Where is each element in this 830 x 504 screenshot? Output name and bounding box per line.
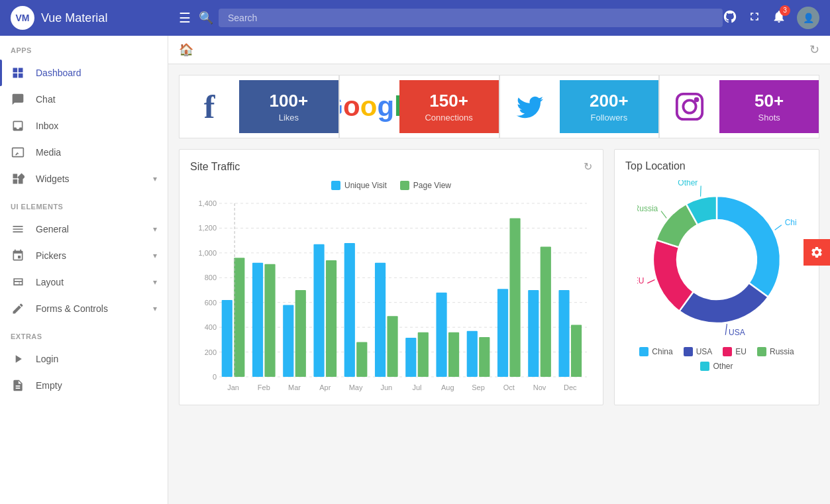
main-layout: Apps Dashboard Chat Inbox — [0, 36, 830, 504]
svg-rect-41 — [448, 332, 459, 377]
section-label-apps: Apps — [0, 36, 168, 60]
home-icon[interactable]: 🏠 — [179, 42, 193, 57]
legend-page-view: Page View — [400, 181, 451, 190]
svg-rect-44 — [479, 337, 490, 377]
svg-text:Dec: Dec — [564, 383, 577, 391]
breadcrumb-bar: 🏠 ↻ — [168, 36, 830, 64]
sidebar-item-widgets[interactable]: Widgets ▾ — [0, 166, 168, 192]
sidebar-item-empty[interactable]: Empty — [0, 372, 168, 399]
svg-rect-20 — [234, 258, 244, 377]
sidebar-item-dashboard[interactable]: Dashboard — [0, 60, 168, 86]
svg-rect-35 — [387, 316, 397, 377]
social-card-google[interactable]: Google 150+ Connections — [339, 75, 499, 138]
sidebar-section-extras: Extras Login Empty — [0, 322, 168, 399]
sidebar-item-login[interactable]: Login — [0, 346, 168, 372]
chevron-widgets: ▾ — [153, 174, 157, 183]
donut-legend-color — [757, 347, 766, 356]
login-icon — [11, 352, 25, 366]
svg-rect-46 — [497, 289, 508, 377]
google-count: 150+ — [429, 91, 468, 111]
svg-text:Feb: Feb — [258, 383, 270, 391]
menu-icon[interactable]: ☰ — [179, 10, 191, 26]
svg-rect-53 — [571, 325, 582, 377]
svg-rect-26 — [295, 290, 306, 377]
social-card-twitter[interactable]: 200+ Followers — [499, 75, 660, 138]
svg-text:Russia: Russia — [637, 204, 658, 213]
svg-text:Nov: Nov — [533, 383, 546, 391]
bar-chart: 02004006008001,0001,2001,400JanFebMarApr… — [190, 198, 592, 394]
logo-icon: VM — [11, 6, 34, 30]
social-card-facebook[interactable]: f 100+ Likes — [179, 75, 339, 138]
section-label-extras: Extras — [0, 322, 168, 346]
svg-rect-23 — [264, 264, 275, 377]
sidebar-label-empty: Empty — [36, 380, 157, 391]
sidebar-item-forms-controls[interactable]: Forms & Controls ▾ — [0, 295, 168, 322]
refresh-icon[interactable]: ↻ — [809, 42, 819, 57]
instagram-stats: 50+ Shots — [719, 80, 819, 133]
google-stats: 150+ Connections — [399, 80, 499, 133]
facebook-label: Likes — [279, 113, 299, 123]
avatar[interactable]: 👤 — [797, 7, 819, 29]
media-icon — [11, 146, 25, 159]
svg-rect-47 — [509, 218, 520, 377]
sidebar-item-media[interactable]: Media — [0, 139, 168, 166]
search-input[interactable] — [219, 9, 723, 27]
sidebar-label-layout: Layout — [36, 277, 142, 287]
svg-text:200: 200 — [205, 348, 217, 356]
donut-legend-item: Russia — [757, 347, 794, 356]
general-icon — [11, 223, 25, 236]
svg-rect-22 — [252, 263, 263, 377]
svg-text:1,200: 1,200 — [198, 224, 217, 232]
sidebar-item-pickers[interactable]: Pickers ▾ — [0, 242, 168, 269]
donut-legend-label: EU — [735, 347, 747, 356]
svg-text:Jun: Jun — [380, 383, 392, 391]
svg-text:600: 600 — [205, 299, 217, 307]
traffic-refresh-icon[interactable]: ↻ — [584, 160, 592, 173]
sidebar-item-layout[interactable]: Layout ▾ — [0, 269, 168, 295]
sidebar-item-inbox[interactable]: Inbox — [0, 113, 168, 139]
svg-line-59 — [725, 324, 727, 335]
app-title: Vue Material — [41, 11, 107, 25]
notifications-icon[interactable]: 3 — [772, 9, 786, 27]
twitter-count: 200+ — [590, 91, 629, 111]
google-label: Connections — [425, 113, 472, 123]
settings-fab[interactable] — [804, 239, 830, 266]
fullscreen-icon[interactable] — [748, 10, 761, 26]
github-icon[interactable] — [723, 9, 737, 27]
top-location-card: Top Location ChinaUSAEURussiaOther China… — [614, 149, 819, 405]
facebook-count: 100+ — [270, 91, 309, 111]
legend-unique-visit: Unique Visit — [331, 181, 387, 190]
svg-text:0: 0 — [213, 373, 217, 381]
sidebar: Apps Dashboard Chat Inbox — [0, 36, 168, 504]
svg-rect-32 — [356, 342, 367, 377]
twitter-label: Followers — [591, 113, 628, 123]
svg-text:1,400: 1,400 — [198, 199, 217, 207]
social-card-instagram[interactable]: 50+ Shots — [659, 75, 819, 138]
header-actions: 3 👤 — [723, 7, 819, 29]
svg-text:Apr: Apr — [319, 383, 331, 391]
sidebar-label-media: Media — [36, 147, 157, 158]
sidebar-item-chat[interactable]: Chat — [0, 86, 168, 113]
svg-rect-29 — [326, 260, 337, 377]
bar-chart-legend: Unique Visit Page View — [190, 181, 592, 190]
twitter-icon — [500, 79, 560, 134]
site-traffic-card: Site Traffic ↻ Unique Visit Page View 02… — [179, 149, 603, 405]
sidebar-item-general[interactable]: General ▾ — [0, 216, 168, 242]
facebook-icon: f — [180, 76, 239, 138]
svg-text:1,000: 1,000 — [198, 249, 217, 257]
legend-dot-pageview — [400, 181, 409, 190]
svg-rect-31 — [344, 243, 355, 377]
svg-text:May: May — [349, 383, 363, 391]
widgets-icon — [11, 172, 25, 185]
donut-legend-label: Russia — [770, 347, 794, 356]
svg-text:Sep: Sep — [472, 383, 485, 391]
svg-line-65 — [701, 185, 701, 196]
svg-text:800: 800 — [205, 274, 217, 281]
svg-line-57 — [775, 225, 782, 230]
donut-legend-label: Other — [713, 362, 733, 371]
donut-legend: China USA EU Russia Other — [625, 347, 808, 371]
donut-legend-color — [700, 362, 709, 371]
svg-text:Jan: Jan — [227, 383, 239, 391]
section-label-ui: UI Elements — [0, 192, 168, 216]
instagram-count: 50+ — [754, 91, 784, 111]
